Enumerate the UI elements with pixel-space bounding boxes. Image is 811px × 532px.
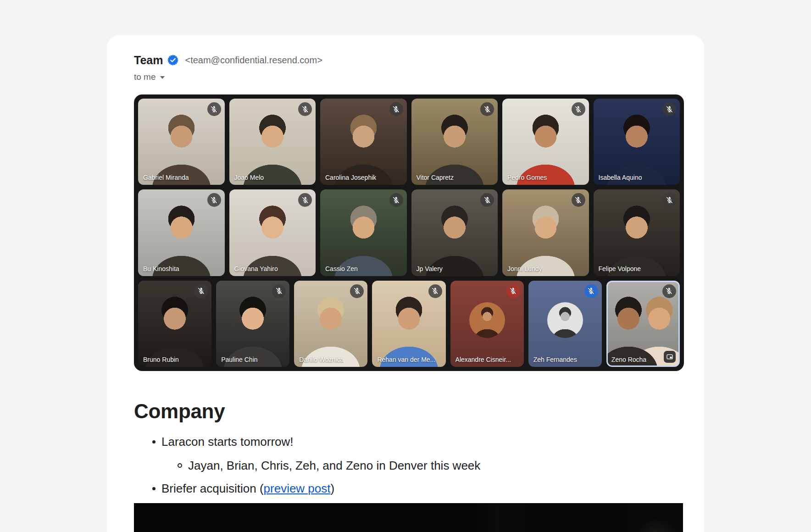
participant-tile: Zeno Rocha <box>606 281 680 367</box>
participant-row: Bu Kinoshita Giovana Yahiro Cassio Zen <box>138 189 680 276</box>
mic-off-icon <box>480 102 494 116</box>
participant-tile: Alexandre Cisneir... <box>450 281 524 367</box>
mic-off-icon <box>428 284 442 298</box>
recipient-dropdown[interactable]: to me <box>134 72 165 82</box>
participant-tile: Jp Valery <box>411 189 498 276</box>
participant-name: Giovana Yahiro <box>234 265 278 272</box>
participant-tile: Pedro Gomes <box>502 99 589 185</box>
participant-tile: Joao Melo <box>229 99 316 185</box>
participant-name: Vitor Capretz <box>417 174 454 181</box>
participant-name: Gabriel Miranda <box>143 174 189 181</box>
participant-tile: Carolina Josephik <box>320 99 407 185</box>
participant-tile: Bu Kinoshita <box>138 189 225 276</box>
mic-off-icon <box>572 102 585 116</box>
mic-off-icon <box>506 284 520 298</box>
participant-tile: Danilo Woznica <box>294 281 367 367</box>
participant-tile: Rehan van der Me... <box>372 281 445 367</box>
mic-off-icon <box>389 102 403 116</box>
mic-off-icon <box>298 193 312 207</box>
mic-off-icon <box>194 284 208 298</box>
participant-name: Bu Kinoshita <box>143 265 179 272</box>
mic-off-icon <box>389 193 403 207</box>
participant-name: Alexandre Cisneir... <box>455 356 511 363</box>
mic-off-icon <box>207 102 221 116</box>
bullet-list: Briefer acquisition (preview post) <box>134 481 684 496</box>
email-card: Team <team@confidential.resend.com> to m… <box>107 35 704 532</box>
bullet-list: Laracon starts tomorrow! <box>134 434 684 449</box>
participant-name: Carolina Josephik <box>325 174 376 181</box>
list-item: Jayan, Brian, Chris, Zeh, and Zeno in De… <box>134 458 684 473</box>
participant-tile: Felipe Volpone <box>594 189 680 276</box>
mic-off-icon <box>572 193 585 207</box>
participant-tile: Vitor Capretz <box>411 99 498 185</box>
sub-bullet-list: Jayan, Brian, Chris, Zeh, and Zeno in De… <box>134 458 684 473</box>
list-item: Briefer acquisition (preview post) <box>134 481 684 496</box>
participant-tile: Cassio Zen <box>320 189 407 276</box>
email-header: Team <team@confidential.resend.com> <box>134 35 684 67</box>
mic-off-icon <box>207 193 221 207</box>
mic-off-icon <box>272 284 286 298</box>
participant-name: Rehan van der Me... <box>377 356 435 363</box>
participant-name: Zeno Rocha <box>611 356 646 363</box>
participant-name: Felipe Volpone <box>599 265 641 272</box>
participant-tile: Pauline Chin <box>216 281 289 367</box>
participant-avatar <box>547 302 583 338</box>
mic-off-icon <box>662 102 676 116</box>
mic-off-icon <box>480 193 494 207</box>
recipient-label: to me <box>134 72 156 82</box>
participant-tile: Isabella Aquino <box>594 99 680 185</box>
mic-off-icon <box>584 284 598 298</box>
participant-name: Cassio Zen <box>325 265 358 272</box>
sender-name: Team <box>134 53 163 67</box>
participant-name: Joao Melo <box>234 174 264 181</box>
participant-name: Pauline Chin <box>221 356 257 363</box>
video-call-grid-image: Gabriel Miranda Joao Melo Carolina Josep… <box>134 94 684 371</box>
participant-name: Jonni Lundy <box>507 265 542 272</box>
mic-off-icon <box>662 193 676 207</box>
participant-tile: Jonni Lundy <box>502 189 589 276</box>
participant-name: Zeh Fernandes <box>533 356 577 363</box>
participant-row: Gabriel Miranda Joao Melo Carolina Josep… <box>138 99 680 185</box>
preview-post-link[interactable]: preview post <box>264 482 331 495</box>
caret-down-icon <box>160 76 165 79</box>
participant-name: Isabella Aquino <box>599 174 642 181</box>
participant-tile: Zeh Fernandes <box>528 281 602 367</box>
participant-row: Bruno Rubin Pauline Chin Danilo Woznica <box>138 281 680 367</box>
participant-tile: Bruno Rubin <box>138 281 211 367</box>
embedded-dark-image <box>134 503 683 532</box>
participant-tile: Giovana Yahiro <box>229 189 316 276</box>
participant-name: Jp Valery <box>417 265 443 272</box>
mic-off-icon <box>662 284 676 298</box>
verified-icon <box>167 55 178 66</box>
pip-icon <box>664 351 676 363</box>
section-heading: Company <box>134 400 684 422</box>
list-item: Laracon starts tomorrow! <box>134 434 684 449</box>
sender-email: <team@confidential.resend.com> <box>185 55 322 66</box>
participant-name: Bruno Rubin <box>143 356 179 363</box>
participant-name: Danilo Woznica <box>299 356 344 363</box>
participant-avatar <box>469 302 505 338</box>
participant-name: Pedro Gomes <box>507 174 547 181</box>
mic-off-icon <box>298 102 312 116</box>
participant-tile: Gabriel Miranda <box>138 99 225 185</box>
mic-off-icon <box>350 284 364 298</box>
